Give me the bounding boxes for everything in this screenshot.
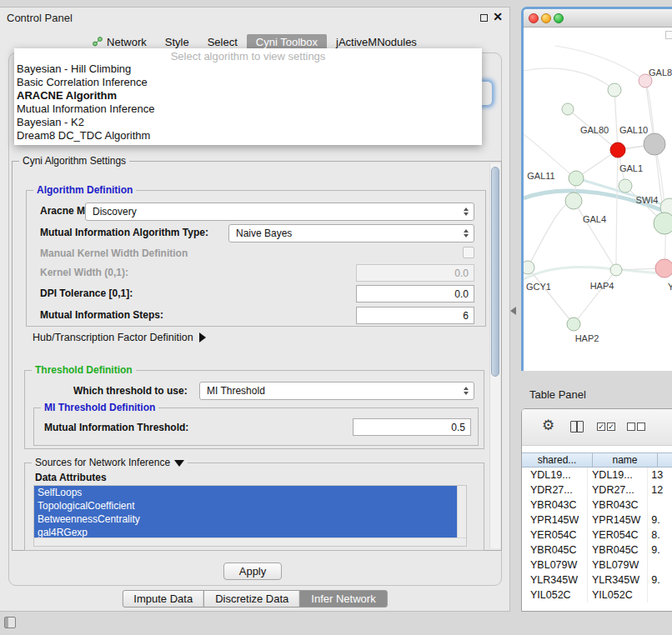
attribute-item-selfloops[interactable]: SelfLoops bbox=[34, 486, 457, 499]
algorithm-option-basic-correlation-inference[interactable]: Basic Correlation Inference bbox=[14, 76, 482, 89]
network-edge bbox=[528, 268, 574, 324]
tab-label: Cyni Toolbox bbox=[256, 36, 318, 48]
network-view-window: GAL8GAL80GAL10GAL11GAL1SWI4GAL4GCY1HAP4Y… bbox=[521, 7, 672, 371]
hub-definition-toggle[interactable]: Hub/Transcription Factor Definition bbox=[33, 332, 206, 343]
cyni-algorithm-settings-group: Cyni Algorithm Settings Algorithm Defini… bbox=[12, 161, 502, 551]
settings-scrollbar[interactable] bbox=[489, 163, 500, 548]
network-canvas[interactable]: GAL8GAL80GAL10GAL11GAL1SWI4GAL4GCY1HAP4Y… bbox=[524, 28, 672, 371]
attribute-list-vscrollbar[interactable] bbox=[457, 486, 466, 538]
column-header-hidden[interactable] bbox=[658, 452, 672, 468]
algorithm-option-bayesian-hill-climbing[interactable]: Bayesian - Hill Climbing bbox=[14, 62, 482, 76]
attribute-item-betweennesscentrality[interactable]: BetweennessCentrality bbox=[34, 512, 457, 526]
settings-scrollbar-thumb[interactable] bbox=[491, 167, 499, 377]
tab-select[interactable]: Select bbox=[198, 34, 247, 50]
canvas-scroll-corner bbox=[665, 31, 672, 39]
which-threshold-select[interactable]: MI Threshold bbox=[199, 382, 474, 400]
network-node[interactable] bbox=[619, 179, 632, 192]
algorithm-option-aracne-algorithm[interactable]: ARACNE Algorithm bbox=[14, 89, 482, 102]
select-all-checkboxes-icon[interactable] bbox=[597, 422, 615, 431]
table-row[interactable]: YDL19...YDL19...13 bbox=[522, 468, 672, 482]
table-cell: 13 bbox=[648, 468, 672, 482]
table-cell bbox=[648, 498, 672, 512]
tab-network[interactable]: Network bbox=[83, 34, 156, 50]
network-node-label: GAL10 bbox=[619, 125, 648, 135]
table-cell: YBL079W bbox=[522, 558, 588, 572]
bottom-tab-impute-data[interactable]: Impute Data bbox=[122, 590, 204, 608]
tab-cyni-toolbox[interactable]: Cyni Toolbox bbox=[247, 34, 327, 50]
network-edge bbox=[555, 46, 645, 81]
attribute-item-topologicalcoefficient[interactable]: TopologicalCoefficient bbox=[34, 499, 457, 512]
network-window-titlebar[interactable] bbox=[524, 9, 672, 28]
data-attributes-items: SelfLoopsTopologicalCoefficientBetweenne… bbox=[34, 486, 457, 539]
table-cell: YBR043C bbox=[522, 498, 588, 512]
network-node-label: SWI4 bbox=[636, 195, 659, 205]
clear-all-checkboxes-icon[interactable] bbox=[627, 422, 645, 431]
table-row[interactable]: YIL052CYIL052C bbox=[522, 588, 672, 602]
attribute-list-hscrollbar[interactable] bbox=[34, 538, 466, 546]
mi-type-label: Mutual Information Algorithm Type: bbox=[40, 227, 208, 238]
table-row[interactable]: YLR345WYLR345W9. bbox=[522, 572, 672, 588]
table-row[interactable]: YBR043CYBR043C bbox=[522, 498, 672, 512]
table-row[interactable]: YBR045CYBR045C9. bbox=[522, 542, 672, 558]
zoom-traffic-light-icon[interactable] bbox=[554, 13, 564, 23]
which-threshold-label: Which threshold to use: bbox=[73, 385, 188, 397]
network-node[interactable] bbox=[610, 142, 625, 158]
algorithm-dropdown-popup: Select algorithm to view settings Bayesi… bbox=[14, 48, 482, 145]
table-row[interactable]: YPR145WYPR145W9. bbox=[522, 512, 672, 528]
network-node[interactable] bbox=[644, 133, 665, 155]
table-cell: YBR043C bbox=[588, 498, 648, 512]
network-node[interactable] bbox=[655, 259, 672, 278]
sources-title-text: Sources for Network Inference bbox=[35, 457, 170, 468]
close-icon[interactable]: ✕ bbox=[493, 10, 503, 23]
table-cell: YDL19... bbox=[522, 468, 588, 482]
network-node[interactable] bbox=[524, 261, 534, 274]
network-node[interactable] bbox=[569, 171, 584, 186]
dpi-tolerance-field[interactable]: 0.0 bbox=[356, 285, 474, 302]
tab-style[interactable]: Style bbox=[156, 34, 198, 50]
table-cell: YBL079W bbox=[588, 558, 648, 572]
table-cell: YPR145W bbox=[522, 512, 588, 528]
columns-icon[interactable] bbox=[570, 421, 584, 432]
network-node[interactable] bbox=[608, 83, 621, 97]
algorithm-option-bayesian-k2[interactable]: Bayesian - K2 bbox=[14, 116, 482, 129]
network-node[interactable] bbox=[610, 264, 622, 276]
network-node[interactable] bbox=[654, 212, 672, 234]
tab-jactivemnodules[interactable]: jActiveMNodules bbox=[327, 34, 426, 50]
bottom-tab-discretize-data[interactable]: Discretize Data bbox=[203, 590, 300, 608]
minimize-traffic-light-icon[interactable] bbox=[541, 13, 551, 23]
panel-splitter-handle[interactable] bbox=[510, 307, 516, 315]
kernel-width-field[interactable]: 0.0 bbox=[356, 264, 474, 282]
gear-icon[interactable] bbox=[542, 418, 554, 432]
network-node[interactable] bbox=[567, 318, 580, 331]
algorithm-option-mutual-information-inference[interactable]: Mutual Information Inference bbox=[14, 102, 482, 116]
bottom-tab-infer-network[interactable]: Infer Network bbox=[299, 590, 387, 608]
aracne-mode-select[interactable]: Discovery bbox=[85, 202, 474, 221]
table-row[interactable]: YBL079WYBL079W bbox=[522, 558, 672, 572]
table-row[interactable]: YER054CYER054C8. bbox=[522, 528, 672, 542]
table-cell: YLR345W bbox=[522, 572, 588, 588]
mi-threshold-field[interactable]: 0.5 bbox=[353, 418, 471, 436]
manual-kernel-width-checkbox[interactable] bbox=[463, 247, 474, 258]
network-node[interactable] bbox=[562, 103, 574, 115]
algorithm-option-dream8-dc-tdc-algorithm[interactable]: Dream8 DC_TDC Algorithm bbox=[14, 129, 482, 142]
combo-arrows-icon bbox=[464, 229, 469, 238]
mi-type-value: Naive Bayes bbox=[236, 228, 292, 239]
table-cell: YBR045C bbox=[522, 542, 588, 558]
table-row[interactable]: YDR27...YDR27...12 bbox=[522, 482, 672, 498]
close-traffic-light-icon[interactable] bbox=[529, 13, 539, 23]
aracne-mode-value: Discovery bbox=[93, 206, 137, 218]
combo-arrows-icon bbox=[464, 208, 469, 216]
kernel-width-label: Kernel Width (0,1): bbox=[40, 267, 128, 278]
network-node[interactable] bbox=[565, 192, 582, 209]
float-window-icon[interactable] bbox=[480, 14, 488, 22]
table-cell: YER054C bbox=[522, 528, 588, 542]
unchecked-box-icon bbox=[637, 422, 645, 431]
mi-type-select[interactable]: Naive Bayes bbox=[228, 224, 474, 242]
column-header-shared[interactable]: shared... bbox=[522, 452, 593, 468]
column-header-name[interactable]: name bbox=[593, 452, 658, 468]
mi-steps-field[interactable]: 6 bbox=[356, 307, 474, 324]
apply-button[interactable]: Apply bbox=[223, 562, 282, 580]
algorithm-definition-group: Algorithm Definition Aracne Mode: Discov… bbox=[26, 190, 486, 327]
sources-title[interactable]: Sources for Network Inference bbox=[32, 457, 188, 468]
restore-panel-icon[interactable] bbox=[4, 617, 16, 628]
